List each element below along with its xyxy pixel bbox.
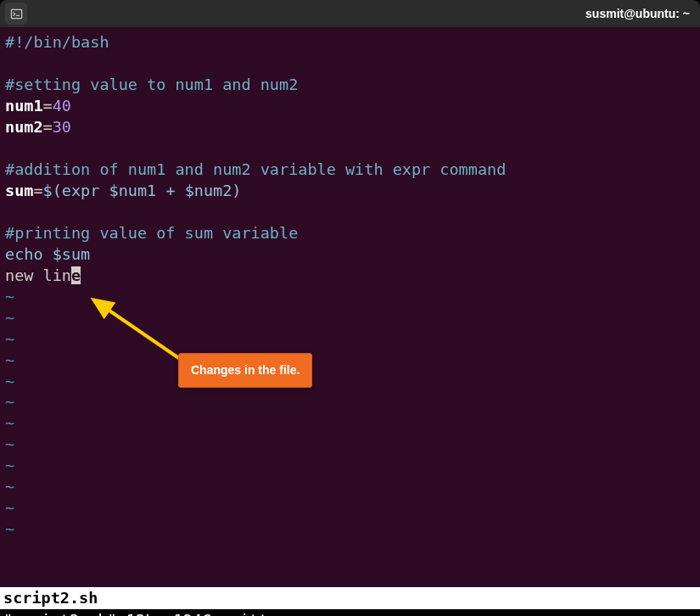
new-text-line: new line (5, 266, 695, 287)
vim-tilde: ~ (5, 350, 695, 372)
vim-tilde: ~ (5, 392, 695, 413)
blank-line (5, 202, 695, 223)
vim-tilde: ~ (5, 308, 695, 329)
comment-line: #addition of num1 and num2 variable with… (5, 160, 506, 178)
comment-line: #setting value to num1 and num2 (5, 76, 298, 93)
vim-tilde: ~ (5, 287, 695, 308)
cursor: e (71, 266, 81, 284)
svg-rect-0 (11, 9, 21, 18)
blank-line (5, 138, 695, 160)
vim-statusbar: script2.sh (0, 587, 700, 609)
vim-cmdbar: "script2.sh" 12L, 194C written (0, 609, 700, 616)
vim-tilde: ~ (5, 413, 695, 434)
annotation-text: Changes in the file. (191, 363, 300, 377)
terminal-icon[interactable] (5, 3, 27, 25)
echo-line: echo $sum (5, 244, 695, 266)
comment-line: #printing value of sum variable (5, 224, 298, 242)
vim-tilde: ~ (5, 456, 695, 477)
shebang-line: #!/bin/bash (5, 33, 109, 51)
vim-tilde: ~ (5, 477, 695, 498)
annotation-callout: Changes in the file. (178, 353, 312, 388)
vim-tilde: ~ (5, 498, 695, 519)
vim-tilde: ~ (5, 329, 695, 350)
terminal-editor[interactable]: #!/bin/bash #setting value to num1 and n… (0, 27, 700, 587)
blank-line (5, 53, 695, 75)
vim-tilde: ~ (5, 519, 695, 540)
window-titlebar: susmit@ubuntu: ~ (0, 0, 700, 27)
assign-line: sum=$(expr $num1 + $num2) (5, 181, 695, 202)
assign-line: num2=30 (5, 117, 695, 138)
assign-line: num1=40 (5, 96, 695, 117)
cmdbar-text: "script2.sh" 12L, 194C written (3, 611, 287, 616)
vim-tilde: ~ (5, 434, 695, 456)
vim-tilde: ~ (5, 372, 695, 393)
statusbar-filename: script2.sh (3, 589, 98, 607)
window-title: susmit@ubuntu: ~ (585, 7, 695, 20)
